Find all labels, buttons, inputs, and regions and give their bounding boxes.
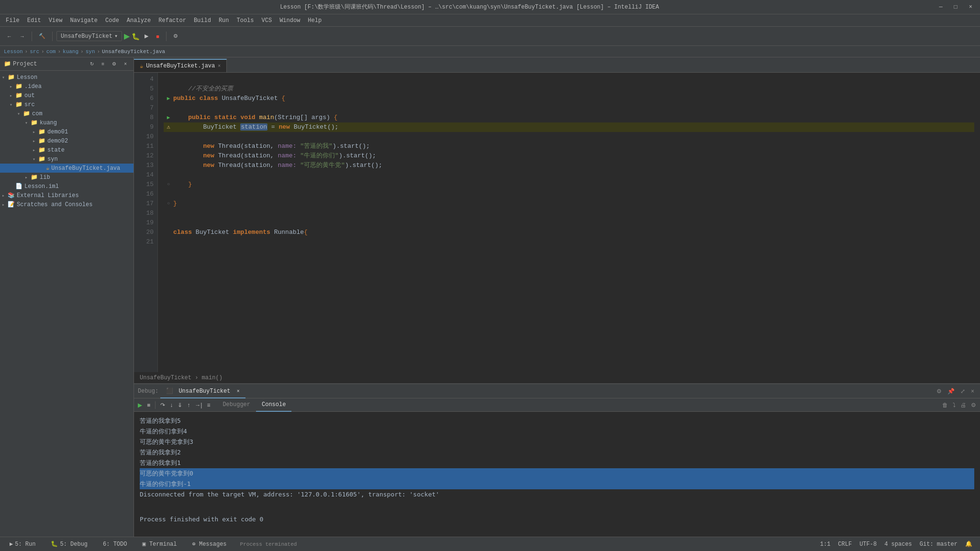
toolbar-back-btn[interactable]: ← — [4, 33, 15, 40]
breadcrumb-kuang[interactable]: kuang — [63, 49, 78, 55]
tree-item-demo01[interactable]: ▸ 📁 demo01 — [0, 127, 134, 136]
project-panel-close-btn[interactable]: × — [121, 60, 130, 67]
statusbar-line-col[interactable]: 1:1 — [820, 541, 831, 548]
debug-close-panel-btn[interactable]: × — [969, 387, 976, 396]
statusbar-crlf[interactable]: CRLF — [838, 541, 852, 548]
tree-item-demo02[interactable]: ▸ 📁 demo02 — [0, 136, 134, 145]
code-text-6: public class UnsafeBuyTicket { — [173, 94, 285, 103]
tree-item-external-libs[interactable]: ▸ 📚 External Libraries — [0, 191, 134, 200]
tree-item-unsafebuyticket[interactable]: ☕ UnsafeBuyTicket.java — [0, 164, 134, 173]
menu-vcs[interactable]: VCS — [258, 14, 276, 27]
gutter-8[interactable]: ▶ — [164, 113, 173, 122]
run-with-coverage-btn[interactable]: ▶ — [142, 32, 151, 40]
menu-edit[interactable]: Edit — [23, 14, 45, 27]
statusbar-run-tab[interactable]: ▶ 5: Run — [4, 537, 41, 551]
statusbar-terminal-tab[interactable]: ▣ Terminal — [136, 537, 182, 551]
menu-window[interactable]: Window — [276, 14, 304, 27]
debug-evaluate-btn[interactable]: ≡ — [205, 401, 212, 409]
tree-item-syn[interactable]: ▾ 📁 syn — [0, 154, 134, 164]
stop-btn[interactable]: ■ — [153, 33, 162, 40]
statusbar-git[interactable]: Git: master — [920, 541, 958, 548]
statusbar-notifications[interactable]: 🔔 — [965, 540, 972, 548]
menu-help[interactable]: Help — [304, 14, 325, 27]
debug-step-into-btn[interactable]: ↓ — [168, 401, 175, 409]
debug-resume-btn[interactable]: ▶ — [136, 401, 144, 409]
console-clear-btn[interactable]: 🗑 — [940, 401, 950, 409]
window-controls[interactable]: ─ □ × — [935, 4, 976, 11]
breadcrumb-sep-5: › — [97, 49, 100, 55]
tree-item-out[interactable]: ▸ 📁 out — [0, 91, 134, 100]
debug-pin-btn[interactable]: 📌 — [946, 387, 957, 396]
toolbar-build-btn[interactable]: 🔨 — [36, 32, 48, 40]
tree-item-lib[interactable]: ▸ 📁 lib — [0, 173, 134, 182]
console-settings-btn[interactable]: ⚙ — [969, 401, 978, 409]
project-panel-settings-btn[interactable]: ⚙ — [109, 60, 119, 67]
breadcrumb-com[interactable]: com — [46, 49, 56, 55]
tree-item-state[interactable]: ▸ 📁 state — [0, 145, 134, 154]
close-btn[interactable]: × — [965, 4, 976, 11]
menu-refactor[interactable]: Refactor — [155, 14, 190, 27]
console-line-7[interactable]: 牛逼的你们拿到-1 — [140, 479, 974, 489]
code-line-6: ▶ public class UnsafeBuyTicket { — [164, 94, 974, 103]
debug-button[interactable]: 🐛 — [132, 33, 140, 40]
tree-item-scratches[interactable]: ▸ 📝 Scratches and Consoles — [0, 200, 134, 209]
tab-close-icon[interactable]: × — [218, 64, 221, 69]
minimize-btn[interactable]: ─ — [935, 4, 946, 11]
project-panel-collapse-btn[interactable]: ≡ — [99, 60, 107, 67]
debugger-subtab[interactable]: Debugger — [217, 397, 256, 412]
menu-build[interactable]: Build — [190, 14, 215, 27]
tree-item-src[interactable]: ▾ 📁 src — [0, 100, 134, 109]
menu-code[interactable]: Code — [101, 14, 123, 27]
statusbar-todo-tab[interactable]: 6: TODO — [97, 537, 133, 551]
console-line-finished: Process finished with exit code 0 — [140, 514, 974, 525]
tree-item-com[interactable]: ▾ 📁 com — [0, 109, 134, 118]
debug-tab-unsafebuyticket[interactable]: ⬛ UnsafeBuyTicket × — [160, 384, 245, 398]
menu-navigate[interactable]: Navigate — [66, 14, 101, 27]
tree-item-idea[interactable]: ▸ 📁 .idea — [0, 82, 134, 91]
gutter-17: ○ — [164, 199, 173, 209]
tree-item-kuang[interactable]: ▾ 📁 kuang — [0, 118, 134, 127]
statusbar-debug-tab[interactable]: 🐛 5: Debug — [45, 537, 93, 551]
toolbar-forward-btn[interactable]: → — [17, 33, 28, 40]
statusbar-indent[interactable]: 4 spaces — [884, 541, 912, 548]
debug-step-over-btn[interactable]: ↷ — [158, 401, 167, 409]
menu-view[interactable]: View — [45, 14, 67, 27]
debug-step-out-btn[interactable]: ↑ — [185, 401, 192, 409]
com-folder-icon: 📁 — [23, 110, 30, 117]
statusbar-messages-tab[interactable]: ⊕ Messages — [187, 537, 233, 551]
breadcrumb-syn[interactable]: syn — [86, 49, 95, 55]
debug-settings-btn[interactable]: ⚙ — [935, 387, 944, 396]
tree-arrow-kuang: ▾ — [25, 120, 31, 126]
debug-run-to-cursor-btn[interactable]: →| — [193, 401, 204, 409]
breadcrumb-lesson[interactable]: Lesson — [4, 49, 23, 55]
maximize-btn[interactable]: □ — [950, 4, 961, 11]
tree-item-lesson-iml[interactable]: 📄 Lesson.iml — [0, 182, 134, 191]
code-line-17: ○ } — [164, 199, 974, 209]
run-button[interactable]: ▶ — [124, 32, 130, 41]
menu-run[interactable]: Run — [215, 14, 233, 27]
gutter-6[interactable]: ▶ — [164, 94, 173, 103]
breadcrumb-file[interactable]: UnsafeBuyTicket.java — [102, 49, 165, 55]
code-editor[interactable]: 45678 910111213 1415161718 192021 //不安全的… — [134, 73, 980, 372]
debug-force-step-into-btn[interactable]: ⇓ — [176, 401, 184, 409]
tree-label-scratches: Scratches and Consoles — [17, 201, 92, 208]
menu-tools[interactable]: Tools — [233, 14, 258, 27]
breadcrumb-src[interactable]: src — [30, 49, 39, 55]
debug-stop-btn[interactable]: ■ — [145, 401, 152, 409]
console-scroll-btn[interactable]: ⤵ — [951, 401, 958, 409]
debug-tab-x[interactable]: × — [237, 389, 240, 394]
menu-file[interactable]: File — [2, 14, 23, 27]
project-panel-sync-btn[interactable]: ↻ — [87, 60, 97, 67]
console-line-6[interactable]: 可恶的黄牛党拿到0 — [140, 468, 974, 479]
console-print-btn[interactable]: 🖨 — [958, 401, 968, 409]
console-subtab[interactable]: Console — [256, 397, 291, 412]
statusbar-encoding[interactable]: UTF-8 — [859, 541, 877, 548]
tree-item-lesson[interactable]: ▾ 📁 Lesson — [0, 73, 134, 82]
editor-tab-unsafebuyticket[interactable]: ☕ UnsafeBuyTicket.java × — [134, 59, 227, 72]
settings-btn[interactable]: ⚙ — [170, 32, 181, 40]
console-output[interactable]: 苦逼的我拿到5 牛逼的你们拿到4 可恶的黄牛党拿到3 苦逼的我拿到2 苦逼的我拿… — [134, 412, 980, 537]
debug-expand-btn[interactable]: ⤢ — [958, 387, 967, 396]
menu-analyze[interactable]: Analyze — [123, 14, 155, 27]
run-tab-label: 5: Run — [15, 537, 35, 551]
run-configuration[interactable]: UnsafeBuyTicket ▾ — [56, 31, 122, 41]
